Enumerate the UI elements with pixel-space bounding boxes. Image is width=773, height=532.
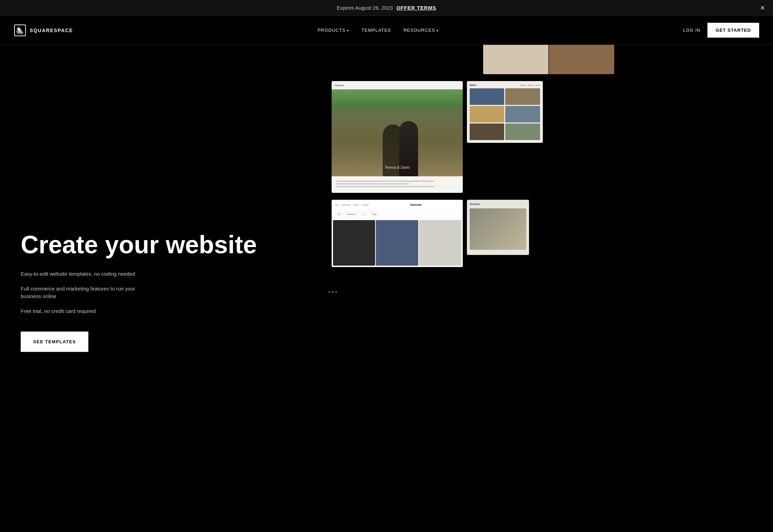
logo[interactable]: SQUARESPACE — [14, 24, 73, 37]
side-card-title: Mateo — [470, 84, 477, 86]
product-1 — [333, 220, 375, 266]
text-line-2 — [336, 183, 410, 185]
side-photo-grid — [470, 88, 540, 140]
side-card-nav: Home About Work — [520, 84, 540, 86]
filter-all: All — [335, 212, 342, 216]
filter-tops: Tops — [370, 212, 379, 216]
store-nav: Top Outerwear About Contact Alameda — [332, 200, 463, 210]
store-nav-top: Top — [335, 204, 339, 206]
side-photo-2 — [505, 88, 540, 105]
store-nav-about: About — [354, 204, 359, 206]
offer-terms-link[interactable]: OFFER TERMS — [396, 5, 436, 11]
side-card-header: Mateo Home About Work — [470, 84, 540, 86]
hero-features: Easy-to-edit website templates, no codin… — [21, 270, 304, 315]
side-photo-4 — [505, 106, 540, 122]
nav-actions: LOG IN GET STARTED — [683, 23, 759, 38]
store-nav-links: Top Outerwear About Contact — [335, 204, 369, 206]
grid-cell-3 — [483, 45, 548, 74]
text-line-3 — [336, 186, 434, 187]
store-template-preview: Top Outerwear About Contact Alameda All … — [332, 200, 463, 267]
product-3 — [419, 220, 461, 266]
resources-chevron-icon: ▾ — [437, 29, 439, 32]
squarespace-logo-icon — [14, 24, 26, 37]
preview-row-2: Clarkson Teresa & Dario — [332, 81, 766, 193]
ventura-title: Ventura — [470, 203, 526, 206]
couple-names-text: Teresa & Dario — [384, 165, 410, 169]
side-nav-work: Work — [535, 84, 540, 86]
product-grid-preview: City Grower Star Parker — [483, 45, 614, 74]
filter-1: 1 — [361, 212, 367, 216]
ventura-image — [470, 208, 526, 250]
text-line-1 — [336, 180, 434, 182]
nav-resources[interactable]: RESOURCES ▾ — [403, 28, 439, 33]
couple-figure: Teresa & Dario — [332, 107, 463, 176]
main-content: Create your website Easy-to-edit website… — [0, 45, 773, 532]
store-brand-name: Alameda — [372, 203, 459, 206]
store-products-grid — [332, 219, 463, 267]
login-link[interactable]: LOG IN — [683, 28, 700, 33]
side-nav-about: About — [528, 84, 533, 86]
products-chevron-icon: ▾ — [347, 29, 349, 32]
side-photo-1 — [470, 88, 505, 105]
photo-grid-side-card: Mateo Home About Work — [467, 81, 543, 143]
nav-templates[interactable]: TEMPLATES — [361, 28, 391, 33]
ventura-template-preview: Ventura — [467, 200, 529, 255]
template-previews: City Grower Star Parker Clarkson — [325, 45, 773, 532]
grid-cell-4 — [549, 45, 614, 74]
navbar: SQUARESPACE PRODUCTS ▾ TEMPLATES RESOURC… — [0, 16, 773, 45]
wedding-template-preview: Clarkson Teresa & Dario — [332, 81, 463, 193]
side-photo-3 — [470, 106, 505, 122]
hero-title: Create your website — [21, 232, 304, 258]
store-filters: All Women's 1 Tops — [332, 210, 463, 219]
clarkson-landscape — [332, 89, 463, 107]
couple-hero: Teresa & Dario — [332, 107, 463, 176]
banner-expires-text: Expires August 26, 2023 — [337, 5, 393, 11]
clarkson-header: Clarkson — [332, 81, 463, 89]
clarkson-title: Clarkson — [334, 84, 344, 87]
template-text-area — [332, 176, 463, 193]
hero-feature-1: Easy-to-edit website templates, no codin… — [21, 270, 152, 278]
nav-products[interactable]: PRODUCTS ▾ — [317, 28, 349, 33]
side-photo-5 — [470, 124, 505, 140]
hero-section: Create your website Easy-to-edit website… — [0, 45, 325, 532]
side-nav-home: Home — [520, 84, 526, 86]
get-started-button[interactable]: GET STARTED — [707, 23, 759, 38]
store-nav-contact: Contact — [362, 204, 369, 206]
nav-links: PRODUCTS ▾ TEMPLATES RESOURCES ▾ — [87, 28, 669, 33]
preview-row-3: Top Outerwear About Contact Alameda All … — [332, 200, 766, 267]
side-photo-6 — [505, 124, 540, 140]
banner-close-button[interactable]: × — [760, 4, 765, 12]
templates-collage: City Grower Star Parker Clarkson — [325, 45, 773, 532]
hero-feature-3: Free trial, no credit card required — [21, 307, 152, 315]
top-banner: Expires August 26, 2023 OFFER TERMS × — [0, 0, 773, 16]
see-templates-button[interactable]: SEE TEMPLATES — [21, 332, 88, 352]
logo-text: SQUARESPACE — [30, 28, 73, 33]
product-2 — [376, 220, 418, 266]
store-nav-outerwear: Outerwear — [341, 204, 351, 206]
hero-feature-2: Full commerce and marketing features to … — [21, 285, 152, 301]
preview-row-1: City Grower Star Parker — [332, 45, 766, 74]
filter-womens: Women's — [345, 212, 358, 216]
